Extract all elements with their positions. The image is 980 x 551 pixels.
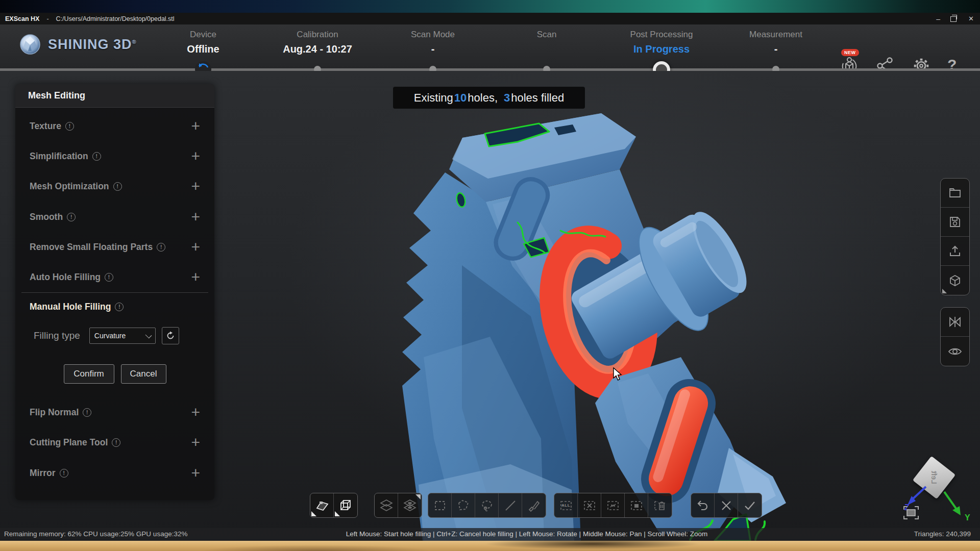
expand-icon[interactable]: + [191,405,200,420]
panel-title: Mesh Editing [28,90,85,101]
model-view-button[interactable] [941,266,969,295]
filling-type-label: Filling type [34,330,80,341]
polygon-select-button[interactable] [452,493,475,517]
brush-select-button[interactable] [522,493,546,517]
panel-title-bar: Mesh Editing [15,84,214,108]
select-all-button[interactable]: ALL [554,493,578,517]
panel-item-mirror[interactable]: Mirror ! + [15,462,214,484]
invert-selection-button[interactable] [601,493,625,517]
undo-button[interactable] [691,493,715,517]
desk-strip [0,541,980,551]
edit-actions-toolbar [691,493,762,518]
panel-divider [21,292,208,293]
select-through-button[interactable] [625,493,648,517]
nav-step-measurement[interactable]: Measurement - [709,30,842,55]
file-toolbar [940,178,970,295]
confirm-button[interactable]: Confirm [64,364,114,384]
rectangle-select-button[interactable] [428,493,452,517]
open-project-button[interactable] [941,179,969,208]
deselect-all-button[interactable] [578,493,601,517]
panel-item-smooth[interactable]: Smooth ! + [15,206,214,228]
info-icon: ! [105,273,113,282]
texture-view-button[interactable] [310,493,334,517]
cancel-edit-button[interactable] [715,493,738,517]
y-axis-label: Y [965,513,970,522]
wireframe-cube-icon [338,498,353,513]
shaded-plane-icon [315,498,329,513]
expand-icon[interactable]: + [191,435,200,450]
line-select-button[interactable] [499,493,522,517]
header-bar: SHINING 3D® Device Offline Calibration A… [0,24,980,68]
nav-step-post-processing[interactable]: Post Processing In Progress [595,30,728,55]
lasso-select-icon [480,498,494,513]
show-data-layers-button[interactable] [375,493,398,517]
exscan-app-window: EXScan HX - C:/Users/Administrator/Deskt… [0,0,980,551]
apply-edit-button[interactable] [738,493,762,517]
triangle-count-text: Triangles: 240,399 [914,530,971,538]
nav-step-device[interactable]: Device Offline [137,30,270,55]
mouse-cursor [612,367,625,382]
viewport-fit-icon[interactable] [902,505,920,520]
lasso-select-button[interactable] [475,493,499,517]
system-usage-text: Remaining memory: 62% CPU usage:25% GPU … [4,530,187,538]
minimize-button[interactable]: – [936,13,940,24]
info-icon: ! [157,243,165,252]
expand-icon[interactable]: + [191,118,200,134]
expand-icon[interactable]: + [191,179,200,194]
expand-icon[interactable]: + [191,465,200,481]
panel-item-simplification[interactable]: Simplification ! + [15,145,214,167]
expand-icon[interactable]: + [191,269,200,285]
panel-item-mesh-optimization[interactable]: Mesh Optimization ! + [15,175,214,197]
holes-count: 10 [454,91,467,105]
polygon-select-icon [456,498,471,513]
undo-icon [696,498,710,513]
stacked-layers-dot-icon [403,498,417,513]
mouse-shortcuts-text: Left Mouse: Start hole filling | Ctrl+Z:… [346,530,707,538]
filling-type-row: Filling type Curvature [15,324,214,347]
corner-flyout-icon [942,289,947,293]
export-button[interactable] [941,237,969,266]
panel-item-texture[interactable]: Texture ! + [15,115,214,137]
save-button[interactable] [941,208,969,237]
panel-item-remove-small-floating-parts[interactable]: Remove Small Floating Parts ! + [15,236,214,258]
expand-icon[interactable]: + [191,239,200,255]
invert-selection-icon [606,498,620,513]
bowtie-icon [948,315,962,329]
selection-actions-toolbar: ALL [554,493,672,518]
info-icon: ! [60,469,68,478]
orientation-widget[interactable]: Left Z Y [894,458,980,527]
corner-flyout-icon [311,511,316,516]
expand-icon[interactable]: + [191,209,200,224]
info-icon: ! [83,408,91,417]
render-mode-toolbar [310,493,358,518]
panel-item-auto-hole-filling[interactable]: Auto Hole Filling ! + [15,266,214,288]
expand-icon[interactable]: + [191,148,200,164]
filling-type-select[interactable]: Curvature [89,328,156,344]
wireframe-view-button[interactable] [334,493,357,517]
refresh-icon [166,331,175,340]
shining3d-gem-icon [19,34,41,55]
manual-filling-actions: Confirm Cancel [15,364,214,384]
alignment-button[interactable] [941,308,969,337]
open-file-path: C:/Users/Administrator/Desktop/0pedal.st… [56,15,175,22]
panel-item-flip-normal[interactable]: Flip Normal ! + [15,401,214,423]
info-icon: ! [112,438,120,447]
cancel-button[interactable]: Cancel [121,364,166,384]
nav-step-scan-mode[interactable]: Scan Mode - [366,30,499,55]
info-icon: ! [67,213,76,221]
show-mesh-layers-button[interactable] [398,493,422,517]
close-button[interactable]: ✕ [968,13,974,24]
restore-button[interactable] [950,16,957,22]
delete-selected-button[interactable] [648,493,672,517]
panel-item-cutting-plane-tool[interactable]: Cutting Plane Tool ! + [15,431,214,454]
nav-step-scan[interactable]: Scan [480,30,613,43]
app-title: EXScan HX [5,15,39,22]
info-icon: ! [65,122,74,131]
visibility-button[interactable] [941,337,969,366]
delete-selection-trash-icon [653,498,667,513]
nav-step-calibration[interactable]: Calibration Aug.24 - 10:27 [251,30,384,55]
panel-item-manual-hole-filling[interactable]: Manual Hole Filling ! [15,295,214,318]
desktop-wallpaper-strip [0,0,980,13]
eye-icon [948,344,962,359]
reset-filling-type-button[interactable] [162,327,179,344]
